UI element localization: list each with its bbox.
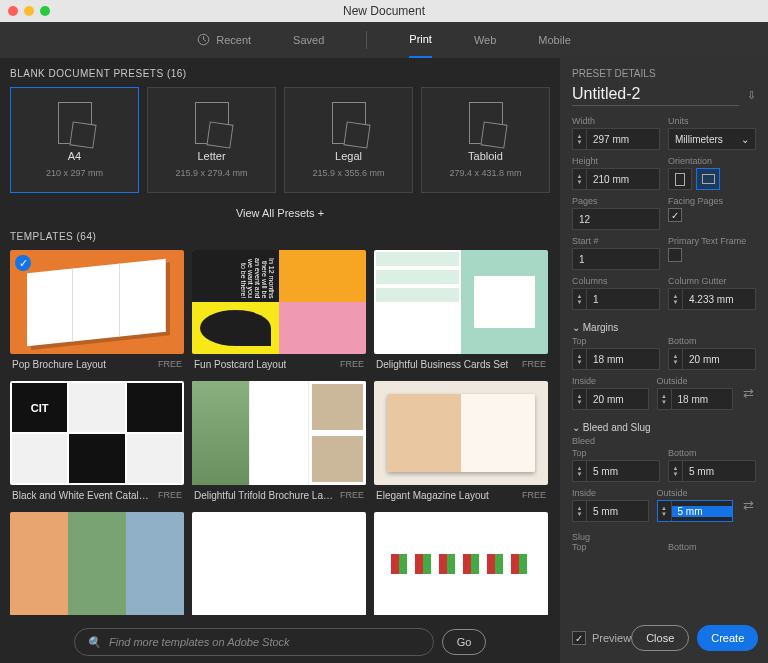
columns-field[interactable]: ▲▼1 xyxy=(572,288,660,310)
stepper-icon[interactable]: ▲▼ xyxy=(573,289,587,309)
template-name: Delightful Trifold Brochure Layout xyxy=(194,490,334,501)
template-thumbnail xyxy=(374,512,548,615)
create-button[interactable]: Create xyxy=(697,625,758,651)
template-name: Pop Brochure Layout xyxy=(12,359,106,370)
templates-section-title: TEMPLATES (64) xyxy=(10,231,550,242)
preset-letter[interactable]: Letter 215.9 x 279.4 mm xyxy=(147,87,276,193)
preset-name: Tabloid xyxy=(468,150,503,162)
margin-bottom-field[interactable]: ▲▼20 mm xyxy=(668,348,756,370)
template-thumbnail xyxy=(374,250,548,354)
margin-top-field[interactable]: ▲▼18 mm xyxy=(572,348,660,370)
tab-recent[interactable]: Recent xyxy=(197,22,251,58)
start-field[interactable]: 1 xyxy=(572,248,660,270)
template-thumbnail xyxy=(192,381,366,485)
template-card[interactable] xyxy=(10,512,184,615)
margin-outside-field[interactable]: ▲▼18 mm xyxy=(657,388,734,410)
page-icon xyxy=(469,102,503,144)
tab-mobile[interactable]: Mobile xyxy=(538,22,570,58)
bleed-bottom-field[interactable]: ▲▼5 mm xyxy=(668,460,756,482)
template-card[interactable]: Delightful Trifold Brochure LayoutFREE xyxy=(192,381,366,504)
template-thumbnail: In 12 months there will be an event and … xyxy=(192,250,366,354)
stepper-icon[interactable]: ▲▼ xyxy=(573,501,587,521)
facing-pages-checkbox[interactable]: ✓ xyxy=(668,208,682,222)
preset-legal[interactable]: Legal 215.9 x 355.6 mm xyxy=(284,87,413,193)
close-button[interactable]: Close xyxy=(631,625,689,651)
template-card[interactable]: Elegant Magazine LayoutFREE xyxy=(374,381,548,504)
orientation-portrait-button[interactable] xyxy=(668,168,692,190)
template-name: Delightful Business Cards Set xyxy=(376,359,508,370)
template-thumbnail: CIT xyxy=(10,381,184,485)
stepper-icon[interactable]: ▲▼ xyxy=(573,461,587,481)
window-titlebar: New Document xyxy=(0,0,768,22)
clock-icon xyxy=(197,33,210,48)
stepper-icon[interactable]: ▲▼ xyxy=(573,169,587,189)
template-price: FREE xyxy=(158,359,182,370)
preset-dims: 215.9 x 355.6 mm xyxy=(312,168,384,178)
columns-label: Columns xyxy=(572,276,660,286)
margin-inside-label: Inside xyxy=(572,376,649,386)
stepper-icon[interactable]: ▲▼ xyxy=(669,349,683,369)
link-margins-icon[interactable]: ⇄ xyxy=(741,386,756,401)
preset-tabloid[interactable]: Tabloid 279.4 x 431.8 mm xyxy=(421,87,550,193)
search-icon: 🔍 xyxy=(87,636,101,649)
stepper-icon[interactable]: ▲▼ xyxy=(658,389,672,409)
width-label: Width xyxy=(572,116,660,126)
stock-search-input[interactable]: 🔍 Find more templates on Adobe Stock xyxy=(74,628,434,656)
document-name-input[interactable]: Untitled-2 xyxy=(572,85,739,106)
margin-inside-field[interactable]: ▲▼20 mm xyxy=(572,388,649,410)
margins-accordion[interactable]: Margins xyxy=(572,322,756,333)
primary-text-frame-label: Primary Text Frame xyxy=(668,236,756,246)
preset-name: Legal xyxy=(335,150,362,162)
template-price: FREE xyxy=(158,490,182,501)
category-tabs: Recent Saved Print Web Mobile xyxy=(0,22,768,58)
slug-top-label: Top xyxy=(572,542,660,552)
width-field[interactable]: ▲▼297 mm xyxy=(572,128,660,150)
template-thumbnail xyxy=(10,512,184,615)
primary-text-frame-checkbox[interactable] xyxy=(668,248,682,262)
go-button[interactable]: Go xyxy=(442,629,486,655)
units-select[interactable]: Millimeters⌄ xyxy=(668,128,756,150)
template-card[interactable] xyxy=(374,512,548,615)
chevron-down-icon: ⌄ xyxy=(741,134,749,145)
tab-web[interactable]: Web xyxy=(474,22,496,58)
slug-bottom-label: Bottom xyxy=(668,542,756,552)
bleed-top-field[interactable]: ▲▼5 mm xyxy=(572,460,660,482)
stepper-icon[interactable]: ▲▼ xyxy=(669,461,683,481)
preset-dims: 215.9 x 279.4 mm xyxy=(175,168,247,178)
pages-field[interactable]: 12 xyxy=(572,208,660,230)
stepper-icon[interactable]: ▲▼ xyxy=(573,389,587,409)
bleed-label: Bleed xyxy=(572,436,756,446)
preset-details-header: PRESET DETAILS xyxy=(572,68,756,79)
stepper-icon[interactable]: ▲▼ xyxy=(669,289,683,309)
template-price: FREE xyxy=(340,490,364,501)
tab-print[interactable]: Print xyxy=(409,22,432,58)
preview-checkbox[interactable]: ✓ xyxy=(572,631,586,645)
template-thumbnail xyxy=(374,381,548,485)
bleed-inside-field[interactable]: ▲▼5 mm xyxy=(572,500,649,522)
view-all-presets-link[interactable]: View All Presets + xyxy=(10,207,550,219)
stepper-icon[interactable]: ▲▼ xyxy=(658,501,672,521)
preset-a4[interactable]: A4 210 x 297 mm xyxy=(10,87,139,193)
bleed-outside-field[interactable]: ▲▼5 mm xyxy=(657,500,734,522)
facing-pages-label: Facing Pages xyxy=(668,196,756,206)
template-card[interactable]: In 12 months there will be an event and … xyxy=(192,250,366,373)
template-card[interactable]: Delightful Business Cards SetFREE xyxy=(374,250,548,373)
stepper-icon[interactable]: ▲▼ xyxy=(573,129,587,149)
template-thumbnail: ✓ xyxy=(10,250,184,354)
tab-saved[interactable]: Saved xyxy=(293,22,324,58)
stepper-icon[interactable]: ▲▼ xyxy=(573,349,587,369)
template-card[interactable]: CIT Black and White Event Catalog L…FREE xyxy=(10,381,184,504)
template-thumbnail xyxy=(192,512,366,615)
gutter-label: Column Gutter xyxy=(668,276,756,286)
bleed-slug-accordion[interactable]: Bleed and Slug xyxy=(572,422,756,433)
link-bleed-icon[interactable]: ⇄ xyxy=(741,498,756,513)
template-card[interactable] xyxy=(192,512,366,615)
orientation-landscape-button[interactable] xyxy=(696,168,720,190)
slug-label: Slug xyxy=(572,532,756,542)
height-field[interactable]: ▲▼210 mm xyxy=(572,168,660,190)
download-preset-icon[interactable]: ⇩ xyxy=(747,89,756,102)
gutter-field[interactable]: ▲▼4.233 mm xyxy=(668,288,756,310)
template-card[interactable]: ✓ Pop Brochure LayoutFREE xyxy=(10,250,184,373)
margin-bottom-label: Bottom xyxy=(668,336,756,346)
tab-label: Mobile xyxy=(538,34,570,46)
